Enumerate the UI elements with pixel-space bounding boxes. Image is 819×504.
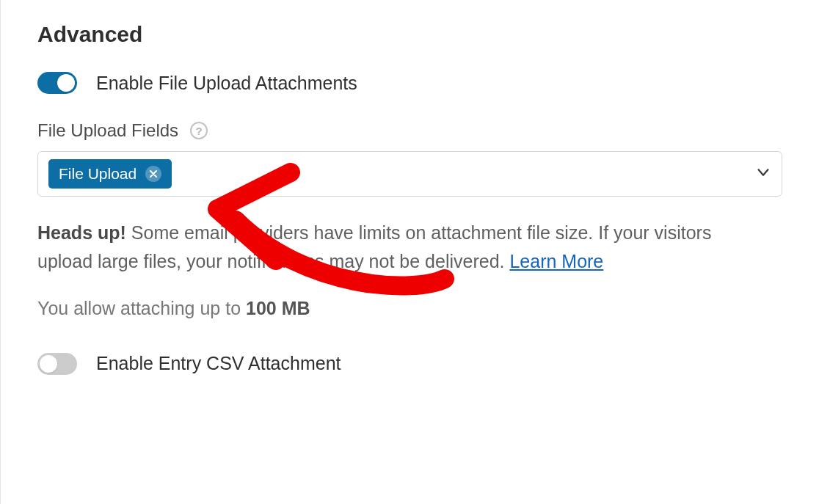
ms-tag-label: File Upload bbox=[59, 165, 136, 183]
enable-entry-csv-attachment-toggle[interactable] bbox=[37, 353, 77, 375]
heads-up-prefix: Heads up! bbox=[37, 222, 126, 243]
help-icon[interactable]: ? bbox=[190, 122, 208, 139]
attach-limit-text: You allow attaching up to 100 MB bbox=[37, 298, 782, 319]
enable-entry-csv-attachment-row: Enable Entry CSV Attachment bbox=[37, 353, 782, 375]
file-upload-fields-label: File Upload Fields bbox=[37, 120, 178, 141]
enable-file-upload-attachments-label: Enable File Upload Attachments bbox=[96, 73, 357, 94]
ms-tag-remove-button[interactable] bbox=[145, 166, 161, 182]
learn-more-link[interactable]: Learn More bbox=[509, 251, 603, 271]
enable-file-upload-attachments-toggle[interactable] bbox=[37, 72, 77, 94]
chevron-down-icon bbox=[755, 164, 771, 183]
heads-up-text: Some email providers have limits on atta… bbox=[37, 222, 711, 271]
file-upload-fields-label-row: File Upload Fields ? bbox=[37, 120, 782, 141]
multiselect-tags: File Upload bbox=[48, 159, 172, 189]
toggle-knob-icon bbox=[40, 355, 57, 373]
section-heading: Advanced bbox=[37, 22, 782, 47]
close-icon bbox=[150, 170, 157, 178]
file-upload-fields-select[interactable]: File Upload bbox=[37, 151, 782, 197]
enable-file-upload-attachments-row: Enable File Upload Attachments bbox=[37, 72, 782, 94]
ms-tag-file-upload: File Upload bbox=[48, 159, 172, 189]
attach-limit-prefix: You allow attaching up to bbox=[37, 298, 246, 318]
heads-up-note: Heads up! Some email providers have limi… bbox=[37, 219, 757, 276]
toggle-knob-icon bbox=[57, 74, 75, 92]
enable-entry-csv-attachment-label: Enable Entry CSV Attachment bbox=[96, 353, 341, 374]
attach-limit-value: 100 MB bbox=[246, 298, 310, 318]
